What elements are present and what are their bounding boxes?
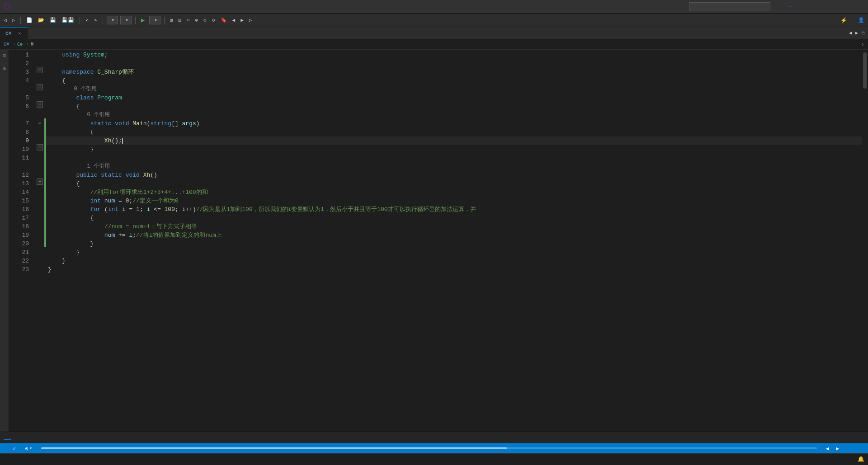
activity-search[interactable]: ⊕	[0, 64, 9, 73]
vertical-scrollbar[interactable]	[862, 50, 868, 432]
menu-help[interactable]	[113, 6, 120, 8]
menu-window[interactable]	[105, 6, 112, 8]
toolbar-save-all[interactable]: 💾💾	[60, 16, 76, 24]
toolbar-btn-extra5[interactable]: ⊕	[202, 16, 208, 24]
code-line-1: using System;	[46, 51, 862, 59]
toolbar-btn-extra4[interactable]: ⊗	[193, 16, 200, 24]
toolbar-new[interactable]: 📄	[24, 16, 34, 24]
status-errors[interactable]: ✓	[11, 443, 20, 453]
menu-edit[interactable]	[24, 6, 31, 8]
start-debug-button[interactable]: ▶	[139, 15, 146, 25]
tab-expand[interactable]: ⊟	[860, 29, 866, 37]
code-lens-line: 1 个引用	[46, 162, 862, 171]
breadcrumb-project-icon: C#	[4, 42, 9, 47]
toolbar-btn-extra3[interactable]: ✂	[185, 16, 192, 24]
vs-logo: ⬡	[4, 2, 10, 11]
toolbar-btn-nav3[interactable]: ▷	[247, 16, 254, 24]
breadcrumb-project[interactable]: C#	[4, 42, 11, 47]
toolbar-btn-nav1[interactable]: ◀	[231, 16, 237, 24]
toolbar-open[interactable]: 📂	[36, 16, 46, 24]
code-line-13: {	[46, 179, 862, 188]
toolbar-undo[interactable]: ↶	[84, 16, 90, 24]
fold-button-5[interactable]: −	[37, 84, 43, 90]
ln-9: 9	[9, 136, 33, 145]
toolbar-nav-forward[interactable]: ▷	[10, 16, 17, 24]
menu-build[interactable]	[56, 6, 63, 8]
editor: 1234 56 7891011 121314151617181920212223…	[9, 50, 868, 432]
menu-project[interactable]	[48, 6, 55, 8]
code-line-22: }	[46, 257, 862, 265]
toolbar-redo[interactable]: ↷	[92, 16, 99, 24]
code-line-23: }	[46, 265, 862, 274]
menu-debug[interactable]	[64, 6, 71, 8]
toolbar-btn-nav2[interactable]: ▶	[239, 16, 245, 24]
menu-git[interactable]	[40, 6, 47, 8]
tab-close-button[interactable]: ✕	[17, 30, 22, 37]
ln-17: 17	[9, 214, 33, 222]
tab-scroll-right[interactable]: ▶	[854, 29, 860, 37]
menu-extensions[interactable]	[97, 6, 104, 8]
code-line-5: class Program	[46, 94, 862, 102]
code-line-16: for (int i = 1; i <= 100; i++)//因为是从1加到1…	[46, 205, 862, 214]
code-line-17: {	[46, 214, 862, 222]
menu-analyze[interactable]	[80, 6, 88, 8]
scroll-right-btn[interactable]: ▶	[834, 443, 841, 453]
pencil-icon-line9: ✏	[36, 118, 43, 127]
breadcrumb-sep-2: ›	[26, 42, 29, 47]
menu-file[interactable]	[15, 6, 23, 8]
code-content[interactable]: using System; namespace C_Sharp循环 { 0 个引…	[46, 50, 862, 432]
menu-tools[interactable]	[89, 6, 96, 8]
maximize-button[interactable]	[822, 0, 843, 14]
fold-button-7[interactable]: −	[37, 101, 43, 108]
project-dropdown[interactable]: ▾	[149, 16, 160, 24]
toolbar-nav-back[interactable]: ◁	[2, 16, 9, 24]
toolbar-bookmark[interactable]: 🔖	[219, 16, 229, 24]
status-error-nav[interactable]: ⊗ ▾	[24, 443, 34, 453]
code-line-18: //num = num+i；与下方式子相等	[46, 222, 862, 231]
live-share-button[interactable]: ⚡	[837, 16, 853, 24]
code-lens-line: 0 个引用	[46, 85, 862, 94]
vertical-scrollbar-thumb[interactable]	[863, 52, 867, 89]
toolbar-save[interactable]: 💾	[48, 16, 58, 24]
breadcrumb-chevron-right[interactable]: ›	[861, 42, 864, 48]
search-input[interactable]	[689, 2, 770, 11]
code-line-19: num += i;//将i的值累加到定义的和num上	[46, 231, 862, 240]
status-zoom[interactable]	[4, 443, 7, 453]
toolbar-btn-extra2[interactable]: ⊡	[176, 16, 183, 24]
scroll-left-btn[interactable]: ◀	[824, 443, 831, 453]
tab-program-cs[interactable]: C# ✕	[0, 27, 28, 39]
minimize-button[interactable]	[800, 0, 821, 14]
breadcrumb-method[interactable]: M	[31, 42, 35, 47]
fold-button-12[interactable]: −	[37, 144, 43, 150]
bottom-right-actions: 🔔	[850, 456, 864, 463]
ln-22: 22	[9, 257, 33, 265]
toolbar-btn-extra6[interactable]: ⊖	[210, 16, 217, 24]
horizontal-scrollbar[interactable]	[41, 446, 816, 450]
code-line-7: static void Main(string[] args)	[46, 119, 862, 128]
debug-config-dropdown[interactable]: ▾	[107, 16, 118, 24]
cpu-config-dropdown[interactable]: ▾	[120, 16, 132, 24]
ln-1: 1	[9, 51, 33, 59]
fold-button-3[interactable]: −	[37, 67, 43, 73]
breadcrumb-class[interactable]: C#	[17, 42, 24, 47]
notification-bell[interactable]: 🔔	[858, 456, 864, 463]
title-right	[689, 2, 793, 11]
panel-tab-output[interactable]	[4, 436, 11, 440]
menu-view[interactable]	[32, 6, 39, 8]
account-profile-button[interactable]: 👤	[856, 16, 866, 24]
toolbar-sep-5	[164, 17, 165, 24]
account-icon[interactable]	[788, 6, 793, 7]
ln-5: 5	[9, 94, 33, 102]
close-button[interactable]	[844, 0, 864, 14]
code-line-3: namespace C_Sharp循环	[46, 68, 862, 76]
scrollbar-thumb-h	[41, 447, 506, 449]
menu-test[interactable]	[72, 6, 80, 8]
fold-button-16[interactable]: −	[37, 178, 43, 185]
activity-bar: ≡ ⊕	[0, 50, 9, 432]
tab-scroll-left[interactable]: ◀	[847, 29, 854, 37]
code-lens-line: 0 个引用	[46, 111, 862, 119]
toolbar-btn-extra1[interactable]: ⊞	[168, 16, 175, 24]
activity-explorer[interactable]: ≡	[0, 52, 9, 61]
code-line-2	[46, 59, 862, 68]
ln-23: 23	[9, 265, 33, 274]
